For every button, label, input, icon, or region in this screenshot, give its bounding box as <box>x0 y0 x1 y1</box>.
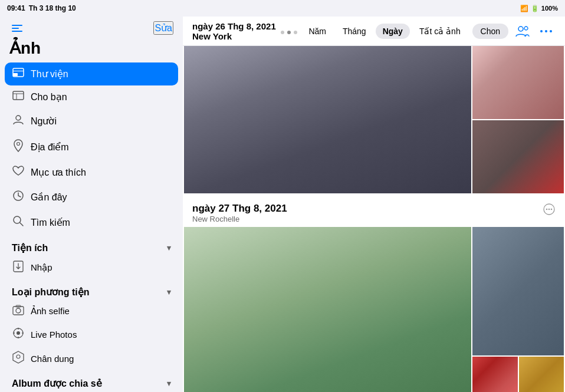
photo-cell[interactable] <box>184 227 471 392</box>
section1-photo-row <box>183 46 565 195</box>
battery-percent: 100% <box>541 5 558 12</box>
photo-section-1 <box>183 46 565 195</box>
sidebar-item-nguoi[interactable]: Người <box>5 108 178 134</box>
dia-diem-icon <box>12 139 25 155</box>
pagination-dots <box>281 28 297 34</box>
nhap-label: Nhập <box>31 262 52 273</box>
section2-more-button[interactable] <box>543 203 556 219</box>
chevron-down-icon-2: ▾ <box>167 288 171 297</box>
svg-point-31 <box>551 209 553 210</box>
tab-nam[interactable]: Năm <box>301 24 333 39</box>
section2-location: New Rochelle <box>192 215 287 223</box>
sidebar-item-cho-ban[interactable]: Cho bạn <box>5 85 178 108</box>
tab-tat-ca-anh[interactable]: Tất cả ảnh <box>412 24 468 39</box>
photo-cell[interactable] <box>472 46 564 119</box>
sidebar-header-left <box>9 22 25 34</box>
thu-vien-icon <box>12 68 25 80</box>
photo-section-2: ngày 27 Thg 8, 2021 New Rochelle <box>183 197 565 392</box>
photo-cell[interactable] <box>472 357 518 392</box>
sidebar-item-dia-diem[interactable]: Địa điểm <box>5 134 178 160</box>
tab-bar: Năm Tháng Ngày Tất cả ảnh <box>301 24 467 39</box>
photo-cell[interactable] <box>519 357 564 392</box>
battery-icon: 🔋 <box>531 5 539 12</box>
section-album-label: Album được chia sẻ <box>12 378 102 389</box>
muc-ua-thich-label: Mục ưa thích <box>31 167 86 178</box>
sidebar-item-gan-day[interactable]: Gần đây <box>5 185 178 210</box>
svg-point-20 <box>17 355 20 358</box>
svg-point-24 <box>524 27 528 30</box>
main-container: Sửa Ảnh Thư viện <box>0 17 565 392</box>
cho-ban-icon <box>12 91 25 103</box>
sidebar-item-live-photos[interactable]: Live Photos <box>5 322 178 346</box>
svg-point-25 <box>540 30 543 32</box>
dot-1 <box>281 31 284 34</box>
dot-3 <box>294 31 297 34</box>
section-loai-phuong-tien-label: Loại phương tiện <box>12 286 90 298</box>
section-loai-phuong-tien-header[interactable]: Loại phương tiện ▾ <box>5 279 178 300</box>
chevron-down-icon: ▾ <box>167 243 171 252</box>
photo-cell[interactable] <box>472 227 564 355</box>
section2-date: ngày 27 Thg 8, 2021 <box>192 203 287 215</box>
svg-rect-3 <box>13 91 24 100</box>
svg-point-15 <box>17 331 20 335</box>
section-location: New York <box>192 31 276 41</box>
nhap-icon <box>12 261 25 275</box>
sidebar-header: Sửa <box>0 17 183 37</box>
section-date: ngày 26 Thg 8, 2021 <box>192 21 276 31</box>
sidebar: Sửa Ảnh Thư viện <box>0 17 183 392</box>
dia-diem-label: Địa điểm <box>31 141 69 153</box>
muc-ua-thich-icon <box>12 166 25 179</box>
people-icon-btn[interactable] <box>513 22 532 41</box>
more-options-icon[interactable] <box>537 22 556 41</box>
gan-day-label: Gần đây <box>31 192 67 203</box>
section2-photo-row <box>183 227 565 392</box>
gan-day-icon <box>12 190 25 205</box>
cho-ban-label: Cho bạn <box>31 91 67 103</box>
svg-point-9 <box>14 216 21 223</box>
chan-dung-label: Chân dung <box>31 354 74 364</box>
tab-ngay[interactable]: Ngày <box>376 24 410 39</box>
chon-button[interactable]: Chon <box>472 24 508 39</box>
edit-button[interactable]: Sửa <box>153 21 173 35</box>
anh-selfie-icon <box>12 305 25 318</box>
svg-rect-2 <box>13 73 18 76</box>
sidebar-item-chan-dung[interactable]: Chân dung <box>5 346 178 371</box>
tab-thang[interactable]: Tháng <box>336 24 373 39</box>
header-actions: Chon <box>472 22 556 41</box>
sidebar-item-nhap[interactable]: Nhập <box>5 256 178 279</box>
thu-vien-label: Thư viện <box>31 68 68 80</box>
photo-side-column <box>472 46 564 193</box>
anh-selfie-label: Ảnh selfie <box>31 306 70 317</box>
photo-grid: ngày 27 Thg 8, 2021 New Rochelle <box>183 46 565 392</box>
live-photos-label: Live Photos <box>31 330 77 340</box>
nguoi-label: Người <box>31 116 57 127</box>
sidebar-item-anh-selfie[interactable]: Ảnh selfie <box>5 300 178 322</box>
sidebar-title: Ảnh <box>0 37 183 62</box>
section2-bottom-pair <box>472 357 564 392</box>
sidebar-item-tim-kiem[interactable]: Tìm kiếm <box>5 210 178 235</box>
status-time: 09:41 <box>7 4 25 12</box>
section-tien-ich-header[interactable]: Tiện ích ▾ <box>5 235 178 256</box>
svg-point-23 <box>518 27 523 31</box>
dot-2 <box>287 31 291 34</box>
tim-kiem-icon <box>12 215 25 230</box>
status-bar: 09:41 Th 3 18 thg 10 📶 🔋 100% <box>0 0 565 17</box>
live-photos-icon <box>12 327 25 341</box>
section-date-info: ngày 26 Thg 8, 2021 New York <box>192 21 276 41</box>
section-tien-ich-label: Tiện ích <box>12 242 48 253</box>
section2-side-column <box>472 227 564 392</box>
wifi-icon: 📶 <box>520 5 528 12</box>
svg-point-12 <box>16 308 21 313</box>
status-time-area: 09:41 Th 3 18 thg 10 <box>7 4 76 12</box>
section-album-duoc-chia-se-header[interactable]: Album được chia sẻ ▾ <box>5 371 178 391</box>
svg-point-27 <box>550 30 552 32</box>
photo-section-2-header: ngày 27 Thg 8, 2021 New Rochelle <box>183 197 565 227</box>
photo-cell[interactable] <box>184 46 471 193</box>
sidebar-item-thu-vien[interactable]: Thư viện <box>5 62 178 85</box>
sidebar-toggle-icon[interactable] <box>9 22 25 34</box>
sidebar-item-muc-ua-thich[interactable]: Mục ưa thích <box>5 160 178 185</box>
svg-point-7 <box>17 143 20 146</box>
svg-point-6 <box>16 116 21 120</box>
photo-cell[interactable] <box>472 120 564 193</box>
status-date: Th 3 18 thg 10 <box>29 4 76 12</box>
